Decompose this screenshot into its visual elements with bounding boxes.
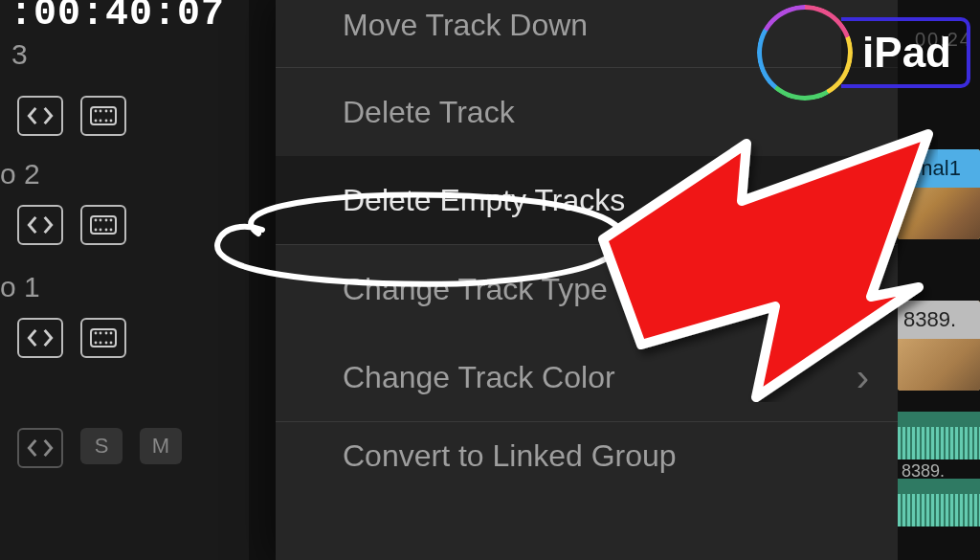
audio-clip[interactable]: 8389. [898,479,980,526]
svg-point-15 [100,229,102,232]
svg-point-4 [110,110,113,113]
track-label-v1: o 1 [0,271,40,303]
mute-button[interactable]: M [140,428,182,464]
screenshot-stage: :00:40:07 3 o 2 o 1 [0,0,980,560]
svg-point-2 [100,110,102,113]
track-header-panel: :00:40:07 3 o 2 o 1 [0,0,249,560]
svg-point-10 [95,219,98,222]
svg-point-21 [105,332,108,335]
video-clip[interactable]: 8389. [898,301,980,391]
filmstrip-icon[interactable] [80,205,126,245]
svg-point-25 [105,342,108,345]
menu-item-label: Delete Empty Tracks [343,183,625,218]
track-header-v1[interactable] [17,318,126,358]
menu-item-change-track-type[interactable]: Change Track Type To› [276,245,898,333]
svg-point-26 [110,342,113,345]
code-toggle-icon[interactable] [17,205,63,245]
svg-point-24 [100,342,102,345]
svg-point-12 [105,219,108,222]
svg-point-11 [100,219,102,222]
svg-point-20 [100,332,102,335]
davinci-logo-icon [757,5,853,101]
waveform-icon [898,494,980,526]
svg-point-13 [110,219,113,222]
menu-item-delete-empty-tracks[interactable]: Delete Empty Tracks [276,156,898,245]
menu-item-change-track-color[interactable]: Change Track Color› [276,333,898,422]
clip-title: 8389. [902,461,945,482]
svg-point-16 [105,229,108,232]
timecode-display: :00:40:07 [10,0,225,35]
code-toggle-icon[interactable] [17,96,63,136]
svg-rect-0 [91,107,116,124]
svg-point-28 [784,49,805,72]
chevron-right-icon: › [857,356,869,399]
ipad-label-box: iPad [841,17,970,88]
tracks-count-fragment: 3 [11,38,28,71]
davinci-ipad-badge: iPad [757,5,970,101]
menu-item-label: Change Track Color [343,360,615,395]
svg-point-27 [795,30,814,53]
ipad-label: iPad [862,29,951,77]
filmstrip-icon[interactable] [80,96,126,136]
svg-point-3 [105,110,108,113]
solo-button[interactable]: S [80,428,122,464]
waveform-icon [898,427,980,459]
svg-point-14 [95,229,98,232]
clip-title: Final1 [898,149,980,188]
video-clip[interactable]: Final1 [898,149,980,239]
svg-point-23 [95,342,98,345]
code-toggle-icon[interactable] [17,318,63,358]
code-toggle-icon[interactable] [17,428,63,468]
clip-title: 8389. [898,301,980,339]
menu-item-label: Move Track Down [343,8,588,43]
menu-item-convert-linked-group[interactable]: Convert to Linked Group [276,422,898,489]
menu-item-label: Delete Track [343,95,515,130]
track-header-v2[interactable] [17,205,126,245]
svg-point-29 [805,49,826,72]
menu-item-label: Change Track Type To [343,272,648,307]
svg-point-1 [95,110,98,113]
svg-rect-9 [91,216,116,234]
svg-rect-18 [91,329,116,347]
filmstrip-icon[interactable] [80,318,126,358]
svg-point-22 [110,332,113,335]
svg-point-19 [95,332,98,335]
svg-point-8 [110,120,113,123]
track-header-v3[interactable] [17,96,126,136]
chevron-right-icon: › [857,268,869,311]
clip-thumbnail [898,339,980,391]
svg-point-6 [100,120,102,123]
audio-track-header[interactable]: S M [17,428,182,468]
track-label-v2: o 2 [0,158,40,190]
svg-point-7 [105,120,108,123]
menu-item-label: Convert to Linked Group [343,438,677,474]
svg-point-17 [110,229,113,232]
clip-thumbnail [898,188,980,239]
svg-point-5 [95,120,98,123]
audio-clip[interactable] [898,412,980,459]
